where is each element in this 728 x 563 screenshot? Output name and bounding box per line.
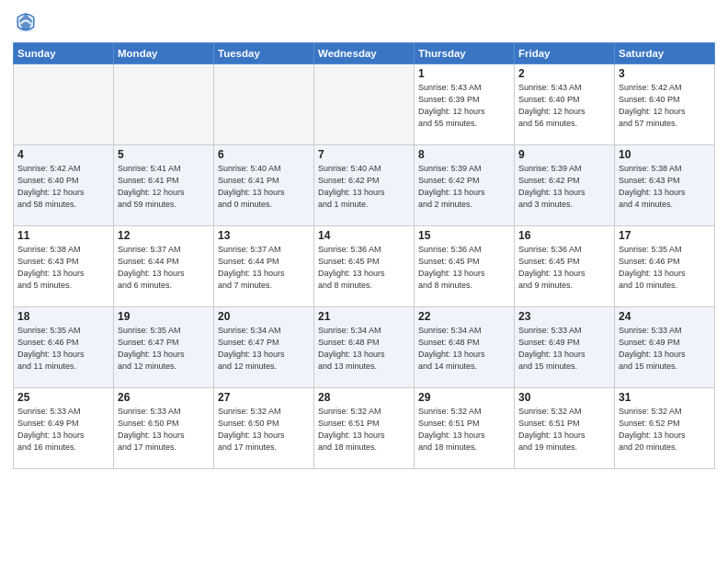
calendar-cell	[314, 64, 415, 145]
day-number: 30	[518, 391, 610, 404]
day-number: 31	[619, 391, 711, 404]
day-number: 20	[218, 310, 310, 323]
calendar-cell: 21Sunrise: 5:34 AM Sunset: 6:48 PM Dayli…	[314, 307, 415, 388]
day-info: Sunrise: 5:34 AM Sunset: 6:47 PM Dayligh…	[218, 325, 310, 373]
day-number: 21	[318, 310, 410, 323]
calendar-table: SundayMondayTuesdayWednesdayThursdayFrid…	[13, 42, 715, 469]
calendar-cell: 27Sunrise: 5:32 AM Sunset: 6:50 PM Dayli…	[214, 388, 314, 469]
day-number: 24	[619, 310, 711, 323]
calendar-cell: 28Sunrise: 5:32 AM Sunset: 6:51 PM Dayli…	[314, 388, 415, 469]
day-number: 7	[318, 148, 410, 161]
page: SundayMondayTuesdayWednesdayThursdayFrid…	[0, 0, 728, 563]
calendar-cell: 15Sunrise: 5:36 AM Sunset: 6:45 PM Dayli…	[415, 226, 515, 307]
calendar-cell: 11Sunrise: 5:38 AM Sunset: 6:43 PM Dayli…	[14, 226, 114, 307]
day-info: Sunrise: 5:34 AM Sunset: 6:48 PM Dayligh…	[418, 325, 510, 373]
day-number: 29	[418, 391, 510, 404]
day-info: Sunrise: 5:42 AM Sunset: 6:40 PM Dayligh…	[17, 163, 109, 211]
day-info: Sunrise: 5:32 AM Sunset: 6:51 PM Dayligh…	[518, 406, 610, 454]
day-number: 13	[218, 229, 310, 242]
calendar-cell: 20Sunrise: 5:34 AM Sunset: 6:47 PM Dayli…	[214, 307, 314, 388]
day-number: 11	[17, 229, 109, 242]
calendar-cell: 23Sunrise: 5:33 AM Sunset: 6:49 PM Dayli…	[515, 307, 615, 388]
calendar-cell: 14Sunrise: 5:36 AM Sunset: 6:45 PM Dayli…	[314, 226, 415, 307]
day-info: Sunrise: 5:39 AM Sunset: 6:42 PM Dayligh…	[518, 163, 610, 211]
day-info: Sunrise: 5:35 AM Sunset: 6:46 PM Dayligh…	[619, 244, 711, 292]
day-info: Sunrise: 5:40 AM Sunset: 6:41 PM Dayligh…	[218, 163, 310, 211]
day-info: Sunrise: 5:36 AM Sunset: 6:45 PM Dayligh…	[318, 244, 410, 292]
calendar-cell: 17Sunrise: 5:35 AM Sunset: 6:46 PM Dayli…	[615, 226, 715, 307]
day-number: 17	[619, 229, 711, 242]
day-info: Sunrise: 5:36 AM Sunset: 6:45 PM Dayligh…	[418, 244, 510, 292]
day-info: Sunrise: 5:33 AM Sunset: 6:49 PM Dayligh…	[17, 406, 109, 454]
day-number: 16	[518, 229, 610, 242]
day-number: 10	[619, 148, 711, 161]
day-info: Sunrise: 5:41 AM Sunset: 6:41 PM Dayligh…	[118, 163, 210, 211]
header	[13, 9, 715, 35]
calendar-cell: 1Sunrise: 5:43 AM Sunset: 6:39 PM Daylig…	[415, 64, 515, 145]
day-number: 19	[118, 310, 210, 323]
day-number: 6	[218, 148, 310, 161]
day-info: Sunrise: 5:40 AM Sunset: 6:42 PM Dayligh…	[318, 163, 410, 211]
calendar-cell: 5Sunrise: 5:41 AM Sunset: 6:41 PM Daylig…	[114, 145, 214, 226]
day-info: Sunrise: 5:33 AM Sunset: 6:49 PM Dayligh…	[518, 325, 610, 373]
calendar-cell: 26Sunrise: 5:33 AM Sunset: 6:50 PM Dayli…	[114, 388, 214, 469]
day-info: Sunrise: 5:37 AM Sunset: 6:44 PM Dayligh…	[218, 244, 310, 292]
calendar-header-row: SundayMondayTuesdayWednesdayThursdayFrid…	[14, 43, 715, 64]
calendar-cell: 29Sunrise: 5:32 AM Sunset: 6:51 PM Dayli…	[415, 388, 515, 469]
day-number: 26	[118, 391, 210, 404]
logo	[13, 9, 42, 35]
day-info: Sunrise: 5:32 AM Sunset: 6:51 PM Dayligh…	[318, 406, 410, 454]
day-number: 22	[418, 310, 510, 323]
calendar-cell: 3Sunrise: 5:42 AM Sunset: 6:40 PM Daylig…	[615, 64, 715, 145]
day-info: Sunrise: 5:32 AM Sunset: 6:52 PM Dayligh…	[619, 406, 711, 454]
calendar-week-4: 18Sunrise: 5:35 AM Sunset: 6:46 PM Dayli…	[14, 307, 715, 388]
day-number: 1	[418, 67, 510, 80]
calendar-cell: 10Sunrise: 5:38 AM Sunset: 6:43 PM Dayli…	[615, 145, 715, 226]
day-number: 27	[218, 391, 310, 404]
day-info: Sunrise: 5:39 AM Sunset: 6:42 PM Dayligh…	[418, 163, 510, 211]
day-info: Sunrise: 5:38 AM Sunset: 6:43 PM Dayligh…	[619, 163, 711, 211]
calendar-cell: 19Sunrise: 5:35 AM Sunset: 6:47 PM Dayli…	[114, 307, 214, 388]
col-header-wednesday: Wednesday	[314, 43, 415, 64]
logo-icon	[13, 9, 39, 35]
day-info: Sunrise: 5:34 AM Sunset: 6:48 PM Dayligh…	[318, 325, 410, 373]
day-info: Sunrise: 5:33 AM Sunset: 6:49 PM Dayligh…	[619, 325, 711, 373]
calendar-cell: 4Sunrise: 5:42 AM Sunset: 6:40 PM Daylig…	[14, 145, 114, 226]
calendar-week-2: 4Sunrise: 5:42 AM Sunset: 6:40 PM Daylig…	[14, 145, 715, 226]
calendar-cell: 25Sunrise: 5:33 AM Sunset: 6:49 PM Dayli…	[14, 388, 114, 469]
day-info: Sunrise: 5:33 AM Sunset: 6:50 PM Dayligh…	[118, 406, 210, 454]
calendar-cell: 22Sunrise: 5:34 AM Sunset: 6:48 PM Dayli…	[415, 307, 515, 388]
day-info: Sunrise: 5:38 AM Sunset: 6:43 PM Dayligh…	[17, 244, 109, 292]
col-header-sunday: Sunday	[14, 43, 114, 64]
calendar-cell: 13Sunrise: 5:37 AM Sunset: 6:44 PM Dayli…	[214, 226, 314, 307]
col-header-friday: Friday	[515, 43, 615, 64]
calendar-week-5: 25Sunrise: 5:33 AM Sunset: 6:49 PM Dayli…	[14, 388, 715, 469]
day-number: 14	[318, 229, 410, 242]
col-header-saturday: Saturday	[615, 43, 715, 64]
day-info: Sunrise: 5:42 AM Sunset: 6:40 PM Dayligh…	[619, 82, 711, 130]
day-info: Sunrise: 5:43 AM Sunset: 6:39 PM Dayligh…	[418, 82, 510, 130]
day-info: Sunrise: 5:36 AM Sunset: 6:45 PM Dayligh…	[518, 244, 610, 292]
col-header-monday: Monday	[114, 43, 214, 64]
calendar-cell: 2Sunrise: 5:43 AM Sunset: 6:40 PM Daylig…	[515, 64, 615, 145]
day-number: 9	[518, 148, 610, 161]
day-number: 28	[318, 391, 410, 404]
calendar-cell: 16Sunrise: 5:36 AM Sunset: 6:45 PM Dayli…	[515, 226, 615, 307]
day-number: 2	[518, 67, 610, 80]
day-number: 5	[118, 148, 210, 161]
calendar-cell: 12Sunrise: 5:37 AM Sunset: 6:44 PM Dayli…	[114, 226, 214, 307]
day-info: Sunrise: 5:32 AM Sunset: 6:51 PM Dayligh…	[418, 406, 510, 454]
calendar-week-1: 1Sunrise: 5:43 AM Sunset: 6:39 PM Daylig…	[14, 64, 715, 145]
calendar-cell: 9Sunrise: 5:39 AM Sunset: 6:42 PM Daylig…	[515, 145, 615, 226]
day-number: 4	[17, 148, 109, 161]
calendar-cell	[114, 64, 214, 145]
calendar-cell: 18Sunrise: 5:35 AM Sunset: 6:46 PM Dayli…	[14, 307, 114, 388]
day-number: 12	[118, 229, 210, 242]
day-number: 23	[518, 310, 610, 323]
day-info: Sunrise: 5:32 AM Sunset: 6:50 PM Dayligh…	[218, 406, 310, 454]
day-info: Sunrise: 5:37 AM Sunset: 6:44 PM Dayligh…	[118, 244, 210, 292]
day-number: 3	[619, 67, 711, 80]
day-number: 8	[418, 148, 510, 161]
calendar-week-3: 11Sunrise: 5:38 AM Sunset: 6:43 PM Dayli…	[14, 226, 715, 307]
day-info: Sunrise: 5:43 AM Sunset: 6:40 PM Dayligh…	[518, 82, 610, 130]
